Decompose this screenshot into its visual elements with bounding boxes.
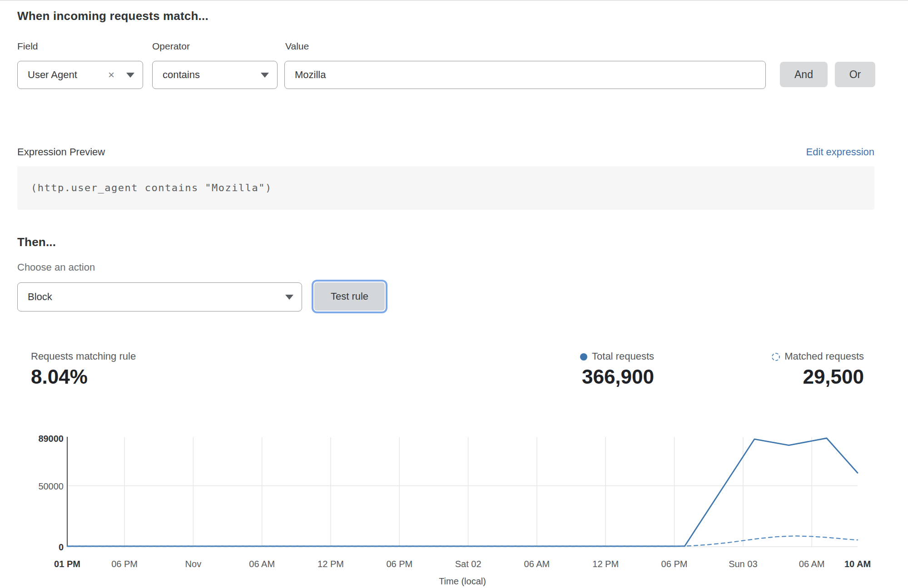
- stat-total-value: 366,900: [580, 367, 654, 387]
- svg-text:12 PM: 12 PM: [318, 559, 344, 569]
- action-select[interactable]: Block: [17, 282, 302, 311]
- operator-select-value: contains: [163, 69, 261, 81]
- stat-matching-value: 8.04%: [31, 367, 136, 387]
- svg-text:50000: 50000: [38, 481, 64, 491]
- stat-matched-label: Matched requests: [784, 351, 864, 362]
- value-input[interactable]: [284, 61, 766, 89]
- svg-text:06 PM: 06 PM: [386, 559, 412, 569]
- svg-text:Time (local): Time (local): [439, 576, 486, 586]
- chevron-down-icon: [261, 73, 269, 78]
- choose-action-label: Choose an action: [17, 262, 95, 273]
- stat-matching-label: Requests matching rule: [31, 351, 136, 361]
- expression-code-block: (http.user_agent contains "Mozilla"): [17, 166, 874, 210]
- field-select-value: User Agent: [28, 69, 108, 81]
- svg-text:06 PM: 06 PM: [111, 559, 138, 569]
- page-title: When incoming requests match...: [17, 9, 208, 23]
- requests-time-series-chart: 8900050000001 PM06 PMNov06 AM12 PM06 PMS…: [0, 425, 908, 588]
- chevron-down-icon: [285, 295, 293, 300]
- chevron-down-icon: [126, 73, 134, 78]
- svg-text:06 AM: 06 AM: [524, 559, 550, 569]
- stat-matched-requests: Matched requests 29,500: [772, 351, 864, 387]
- svg-text:Sun 03: Sun 03: [729, 559, 757, 569]
- field-label: Field: [17, 41, 38, 52]
- expression-code: (http.user_agent contains "Mozilla"): [17, 166, 874, 210]
- operator-label: Operator: [152, 41, 190, 52]
- edit-expression-link[interactable]: Edit expression: [806, 146, 874, 158]
- stat-total-label: Total requests: [592, 351, 654, 362]
- svg-text:06 PM: 06 PM: [661, 559, 688, 569]
- firewall-rule-editor: When incoming requests match... Field Op…: [0, 0, 908, 588]
- operator-select[interactable]: contains: [152, 61, 278, 89]
- field-select[interactable]: User Agent ×: [17, 61, 143, 89]
- svg-text:06 AM: 06 AM: [249, 559, 275, 569]
- svg-text:89000: 89000: [38, 434, 64, 444]
- svg-text:01 PM: 01 PM: [54, 559, 80, 569]
- and-button[interactable]: And: [780, 62, 828, 87]
- value-label: Value: [285, 41, 309, 52]
- svg-text:0: 0: [59, 542, 64, 552]
- or-button[interactable]: Or: [835, 62, 875, 87]
- svg-text:Sat 02: Sat 02: [455, 559, 481, 569]
- then-title: Then...: [17, 235, 56, 249]
- stat-matched-value: 29,500: [772, 367, 864, 387]
- svg-text:06 AM: 06 AM: [799, 559, 825, 569]
- svg-text:Nov: Nov: [185, 559, 202, 569]
- total-requests-legend-icon: [580, 353, 587, 361]
- svg-text:12 PM: 12 PM: [592, 559, 619, 569]
- matched-requests-legend-icon: [772, 353, 780, 361]
- stat-requests-matching: Requests matching rule 8.04%: [31, 351, 136, 387]
- test-rule-button[interactable]: Test rule: [314, 282, 385, 311]
- action-select-value: Block: [28, 291, 285, 303]
- svg-text:10 AM: 10 AM: [844, 559, 871, 569]
- expression-preview-label: Expression Preview: [17, 146, 105, 158]
- stat-total-requests: Total requests 366,900: [580, 351, 654, 387]
- clear-field-icon[interactable]: ×: [108, 69, 114, 80]
